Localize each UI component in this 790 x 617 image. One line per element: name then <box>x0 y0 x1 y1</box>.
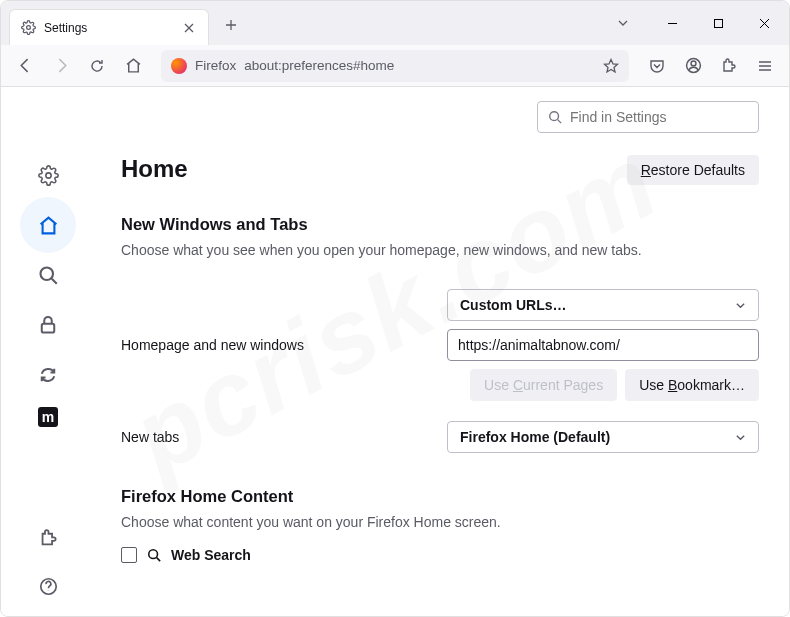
gear-icon <box>20 20 36 36</box>
search-icon <box>548 110 562 124</box>
websearch-checkbox[interactable] <box>121 547 137 563</box>
page-title: Home <box>121 155 188 183</box>
section-desc-home-content: Choose what content you want on your Fir… <box>121 512 759 533</box>
new-tab-button[interactable] <box>217 11 245 39</box>
bookmark-star-icon[interactable] <box>603 58 619 74</box>
content-area: m Home Restore Defaults New Windows and … <box>1 87 789 616</box>
account-button[interactable] <box>677 50 709 82</box>
svg-rect-1 <box>714 19 722 27</box>
homepage-label: Homepage and new windows <box>121 337 447 353</box>
minimize-button[interactable] <box>649 1 695 45</box>
pocket-button[interactable] <box>641 50 673 82</box>
section-title-home-content: Firefox Home Content <box>121 487 759 506</box>
svg-point-5 <box>45 172 50 177</box>
newtabs-select[interactable]: Firefox Home (Default) <box>447 421 759 453</box>
svg-point-9 <box>149 550 158 559</box>
sidebar-item-home[interactable] <box>30 207 66 243</box>
sidebar-item-extensions[interactable] <box>30 520 66 556</box>
extensions-button[interactable] <box>713 50 745 82</box>
home-button[interactable] <box>117 50 149 82</box>
section-title-windows-tabs: New Windows and Tabs <box>121 215 759 234</box>
url-bar[interactable]: Firefox about:preferences#home <box>161 50 629 82</box>
sidebar-item-general[interactable] <box>30 157 66 193</box>
svg-point-0 <box>26 26 30 30</box>
tab-title: Settings <box>44 21 172 35</box>
close-window-button[interactable] <box>741 1 787 45</box>
search-icon <box>147 548 161 562</box>
svg-point-3 <box>691 61 696 66</box>
window-controls <box>649 1 787 45</box>
main-panel: Home Restore Defaults New Windows and Ta… <box>95 87 789 616</box>
sidebar-item-more[interactable]: m <box>38 407 58 427</box>
maximize-button[interactable] <box>695 1 741 45</box>
sidebar-item-privacy[interactable] <box>30 307 66 343</box>
close-icon[interactable] <box>180 19 198 37</box>
sidebar: m <box>1 87 95 616</box>
chevron-down-icon <box>735 300 746 311</box>
browser-tab[interactable]: Settings <box>9 9 209 45</box>
settings-search-box[interactable] <box>537 101 759 133</box>
toolbar: Firefox about:preferences#home <box>1 45 789 87</box>
svg-rect-7 <box>42 324 55 333</box>
homepage-select[interactable]: Custom URLs… <box>447 289 759 321</box>
forward-button[interactable] <box>45 50 77 82</box>
section-desc-windows-tabs: Choose what you see when you open your h… <box>121 240 759 261</box>
websearch-label: Web Search <box>171 547 251 563</box>
back-button[interactable] <box>9 50 41 82</box>
newtabs-label: New tabs <box>121 429 447 445</box>
app-menu-button[interactable] <box>749 50 781 82</box>
restore-defaults-button[interactable]: Restore Defaults <box>627 155 759 185</box>
titlebar: Settings <box>1 1 789 45</box>
tabs-dropdown-button[interactable] <box>609 1 637 45</box>
settings-search-input[interactable] <box>570 109 748 125</box>
urlbar-label: Firefox <box>195 58 236 73</box>
sidebar-item-search[interactable] <box>30 257 66 293</box>
reload-button[interactable] <box>81 50 113 82</box>
sidebar-item-help[interactable] <box>30 568 66 604</box>
firefox-icon <box>171 58 187 74</box>
homepage-url-input[interactable] <box>447 329 759 361</box>
svg-point-4 <box>550 112 559 121</box>
use-bookmark-button[interactable]: Use Bookmark… <box>625 369 759 401</box>
urlbar-url: about:preferences#home <box>244 58 394 73</box>
svg-point-6 <box>41 268 54 281</box>
sidebar-item-sync[interactable] <box>30 357 66 393</box>
use-current-pages-button[interactable]: Use Current Pages <box>470 369 617 401</box>
chevron-down-icon <box>735 432 746 443</box>
